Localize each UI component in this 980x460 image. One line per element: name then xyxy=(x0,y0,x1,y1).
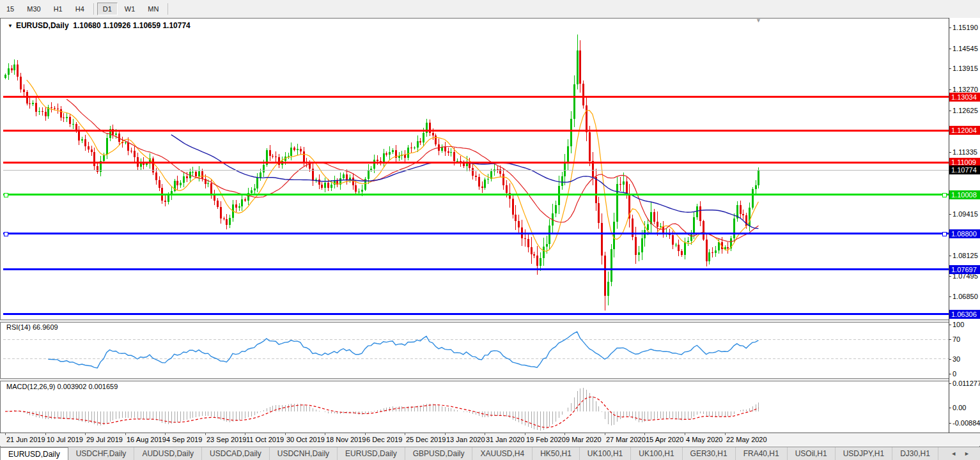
rsi-indicator-label: RSI(14) 66.9609 xyxy=(6,323,58,331)
timeframe-button-h1[interactable]: H1 xyxy=(48,3,68,15)
level-line-handle-right[interactable] xyxy=(942,232,947,236)
tab-scroll-right-icon[interactable]: ► xyxy=(964,450,970,457)
date-axis-label: 21 Jun 2019 xyxy=(6,436,45,443)
price-axis-tick-label: 1.14545 xyxy=(953,45,978,52)
macd-indicator-label: MACD(12,26,9) 0.003902 0.001659 xyxy=(6,383,118,390)
date-axis-tickmark xyxy=(564,433,565,435)
date-axis-label: 25 Dec 2019 xyxy=(406,436,446,443)
timeframe-button-m30[interactable]: M30 xyxy=(21,3,46,15)
chart-window[interactable] xyxy=(0,18,980,447)
date-axis-label: 6 Dec 2019 xyxy=(366,436,402,443)
macd-axis-tickmark xyxy=(949,423,951,424)
price-axis-tick-label: 1.06850 xyxy=(953,293,978,300)
symbol-tab-gbpusd-daily[interactable]: GBPUSD,Daily xyxy=(405,447,473,460)
date-axis-label: 31 Jan 2020 xyxy=(486,436,525,443)
macd-axis-tickmark xyxy=(949,408,951,408)
date-axis-label: 11 Oct 2019 xyxy=(246,436,284,443)
date-axis-tickmark xyxy=(85,433,86,435)
symbol-tab-usoil-h1[interactable]: USOil,H1 xyxy=(788,447,836,460)
price-axis-tickmark xyxy=(949,214,951,215)
level-line-handle-left[interactable] xyxy=(4,232,8,236)
price-badge-current-price: 1.10774 xyxy=(949,165,980,174)
date-axis-label: 10 Jul 2019 xyxy=(47,436,83,443)
date-axis-tickmark xyxy=(165,433,166,435)
symbol-tab-xauusd-h4[interactable]: XAUUSD,H4 xyxy=(472,447,533,460)
symbol-tab-dj30-h1[interactable]: DJ30,H1 xyxy=(892,447,938,460)
date-axis-tickmark xyxy=(365,433,366,435)
rsi-axis-tickmark xyxy=(949,325,951,325)
date-axis-label: 19 Feb 2020 xyxy=(526,436,566,443)
chart-tab-bar: EURUSD,DailyUSDCHF,DailyAUDUSD,DailyUSDC… xyxy=(0,447,980,460)
rsi-axis-tick-label: 70 xyxy=(953,335,960,343)
price-badge-support-level: 1.07697 xyxy=(949,265,980,274)
date-axis-label: 18 Nov 2019 xyxy=(326,436,366,443)
price-badge-resistance-level: 1.13034 xyxy=(949,93,980,102)
macd-axis-tickmark xyxy=(949,383,951,384)
level-line-handle-right[interactable] xyxy=(942,193,947,197)
macd-axis-tick-label: 0.011277 xyxy=(953,379,980,387)
date-axis-label: 27 Mar 2020 xyxy=(606,436,646,443)
price-axis-tick-label: 1.15190 xyxy=(953,24,978,31)
date-axis-label: 23 Sep 2019 xyxy=(206,436,246,443)
tab-scroll-buttons: ◄► xyxy=(940,447,980,460)
date-axis-label: 4 Sep 2019 xyxy=(166,436,202,443)
date-axis-tickmark xyxy=(644,433,645,435)
date-axis-tickmark xyxy=(45,433,46,435)
tab-scroll-left-icon[interactable]: ◄ xyxy=(951,450,956,457)
chart-title-symbol: EURUSD,Daily xyxy=(16,21,69,30)
timeframe-button-15[interactable]: 15 xyxy=(1,3,20,15)
price-badge-resistance-level: 1.12004 xyxy=(949,126,980,135)
symbol-tab-usdjpy-h1[interactable]: USDJPY,H1 xyxy=(836,447,892,460)
symbol-tab-eurusd-daily[interactable]: EURUSD,Daily xyxy=(0,447,68,460)
symbol-tab-uk100-h1[interactable]: UK100,H1 xyxy=(580,447,631,460)
price-axis-tickmark xyxy=(949,276,951,277)
symbol-tab-ger30-h1[interactable]: GER30,H1 xyxy=(683,447,736,460)
panel-splitter[interactable] xyxy=(0,319,980,323)
date-axis-label: 4 May 2020 xyxy=(686,436,722,443)
date-axis-tickmark xyxy=(725,433,726,435)
symbol-tab-audusd-daily[interactable]: AUDUSD,Daily xyxy=(134,447,202,460)
timeframe-button-mn[interactable]: MN xyxy=(142,3,164,15)
symbol-tab-usdchf-daily[interactable]: USDCHF,Daily xyxy=(68,447,135,460)
price-axis-tickmark xyxy=(949,89,951,90)
price-axis-tick-label: 1.08125 xyxy=(953,252,978,259)
symbol-dropdown-icon[interactable]: ▼ xyxy=(8,23,13,29)
symbol-tab-usdcad-daily[interactable]: USDCAD,Daily xyxy=(202,447,270,460)
symbol-tab-hk50-h1[interactable]: HK50,H1 xyxy=(533,447,580,460)
timeframe-button-w1[interactable]: W1 xyxy=(119,3,141,15)
price-badge-support-level: 1.08800 xyxy=(949,229,980,238)
date-axis: 21 Jun 201910 Jul 201929 Jul 201916 Aug … xyxy=(0,433,980,446)
toolbar-separator xyxy=(93,3,94,15)
price-axis-tickmark xyxy=(949,27,951,28)
timeframe-toolbar: 15M30H1H4D1W1MN xyxy=(0,0,980,17)
date-axis-tickmark xyxy=(405,433,405,435)
date-axis-tickmark xyxy=(5,433,6,435)
symbol-tab-uk100-h1[interactable]: UK100,H1 xyxy=(631,447,682,460)
date-axis-tickmark xyxy=(285,433,286,435)
date-axis-label: 15 Apr 2020 xyxy=(646,436,683,443)
panel-splitter[interactable] xyxy=(0,378,980,381)
date-axis-tickmark xyxy=(205,433,206,435)
price-axis-tick-label: 1.12625 xyxy=(953,107,978,114)
timeframe-button-d1[interactable]: D1 xyxy=(97,3,118,15)
date-axis-label: 22 May 2020 xyxy=(726,436,767,443)
price-badge-support-level: 1.06306 xyxy=(949,310,980,319)
price-badge-support-level: 1.10008 xyxy=(949,190,980,199)
toolbar-separator xyxy=(167,3,168,15)
timeframe-button-h4[interactable]: H4 xyxy=(70,3,90,15)
symbol-tab-usdcnh-daily[interactable]: USDCNH,Daily xyxy=(270,447,338,460)
date-axis-tickmark xyxy=(125,433,126,435)
price-axis-tick-label: 1.09415 xyxy=(953,210,978,218)
symbol-tab-fra40-h1[interactable]: FRA40,H1 xyxy=(736,447,788,460)
price-axis-tickmark xyxy=(949,68,951,69)
date-axis-tickmark xyxy=(485,433,485,435)
price-axis-tick-label: 1.13915 xyxy=(953,65,978,72)
price-axis-tickmark xyxy=(949,49,951,49)
date-axis-tickmark xyxy=(445,433,446,435)
level-line-handle-left[interactable] xyxy=(4,193,8,197)
rsi-axis-tick-label: 0 xyxy=(953,370,956,378)
date-axis-label: 29 Jul 2019 xyxy=(86,436,123,443)
symbol-tab-eurusd-daily[interactable]: EURUSD,Daily xyxy=(338,447,405,460)
price-axis-tickmark xyxy=(949,296,951,297)
price-axis-tickmark xyxy=(949,256,951,256)
